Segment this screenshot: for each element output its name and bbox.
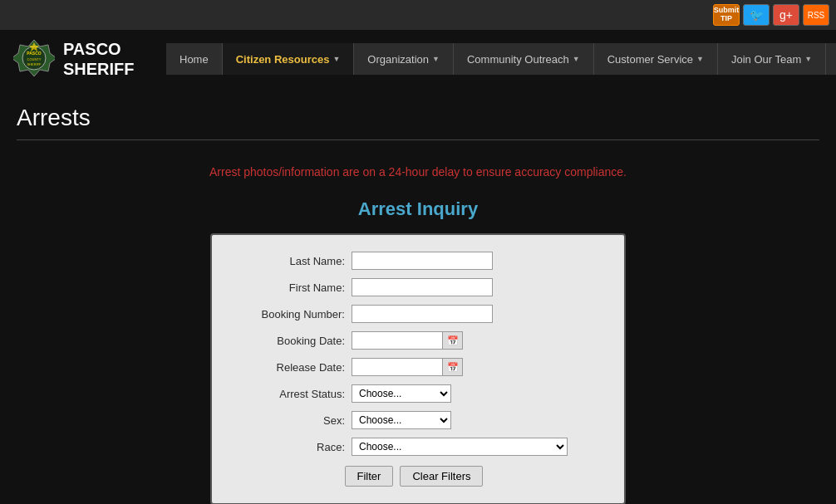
nav-community-outreach[interactable]: Community Outreach ▼ (454, 43, 594, 75)
form-buttons: Filter Clear Filters (229, 466, 599, 487)
submit-tip-button[interactable]: Submit TIP (713, 4, 740, 26)
booking-date-row: Booking Date: 📅 (229, 331, 599, 350)
release-date-row: Release Date: 📅 (229, 358, 599, 376)
chevron-down-icon: ▼ (696, 55, 704, 63)
site-logo-text: PASCO SHERIFF (63, 39, 135, 79)
svg-text:PASCO: PASCO (27, 51, 42, 56)
release-date-label: Release Date: (229, 361, 345, 374)
chevron-down-icon: ▼ (432, 55, 440, 63)
booking-date-label: Booking Date: (229, 335, 345, 347)
race-label: Race: (229, 441, 345, 453)
filter-button[interactable]: Filter (345, 466, 394, 487)
arrest-inquiry-form: Last Name: First Name: Booking Number: B… (210, 233, 626, 504)
delay-notice: Arrest photos/information are on a 24-ho… (209, 165, 627, 179)
sex-row: Sex: Choose... Male Female (229, 411, 599, 429)
first-name-label: First Name: (229, 281, 345, 294)
race-select[interactable]: Choose... White Black Hispanic Asian Oth… (352, 438, 568, 456)
page-title: Arrests (17, 105, 819, 140)
last-name-input[interactable] (352, 252, 493, 270)
form-title: Arrest Inquiry (358, 198, 478, 220)
chevron-down-icon: ▼ (332, 55, 340, 63)
first-name-input[interactable] (352, 278, 493, 296)
booking-number-label: Booking Number: (229, 308, 345, 321)
last-name-row: Last Name: (229, 252, 599, 270)
booking-number-input[interactable] (352, 305, 493, 323)
arrest-status-label: Arrest Status: (229, 388, 345, 400)
svg-text:COUNTY: COUNTY (27, 57, 42, 61)
site-header: PASCO COUNTY SHERIFF PASCO SHERIFF Home … (0, 30, 836, 88)
booking-date-picker-button[interactable]: 📅 (443, 331, 463, 350)
chevron-down-icon: ▼ (573, 55, 580, 63)
main-nav: Home Citizen Resources ▼ Organization ▼ … (166, 43, 836, 75)
release-date-input[interactable] (352, 358, 443, 376)
rss-button[interactable]: RSS (803, 4, 829, 26)
nav-customer-service[interactable]: Customer Service ▼ (594, 43, 718, 75)
nav-citizen-resources[interactable]: Citizen Resources ▼ (223, 43, 355, 75)
booking-date-input[interactable] (352, 331, 443, 350)
first-name-row: First Name: (229, 278, 599, 296)
top-toolbar: Submit TIP 🐦 g+ RSS (0, 0, 836, 30)
arrests-body: Arrest photos/information are on a 24-ho… (17, 157, 819, 504)
arrest-status-row: Arrest Status: Choose... Active Released (229, 384, 599, 403)
nav-home[interactable]: Home (166, 43, 223, 75)
booking-number-row: Booking Number: (229, 305, 599, 323)
nav-join-our-team[interactable]: Join Our Team ▼ (718, 43, 826, 75)
clear-filters-button[interactable]: Clear Filters (400, 466, 483, 487)
twitter-button[interactable]: 🐦 (743, 4, 770, 26)
sex-select[interactable]: Choose... Male Female (352, 411, 451, 429)
last-name-label: Last Name: (229, 255, 345, 267)
svg-text:SHERIFF: SHERIFF (27, 62, 42, 66)
sex-label: Sex: (229, 414, 345, 427)
nav-organization[interactable]: Organization ▼ (354, 43, 454, 75)
logo-area[interactable]: PASCO COUNTY SHERIFF PASCO SHERIFF (0, 38, 166, 80)
sheriff-badge-icon: PASCO COUNTY SHERIFF (13, 38, 55, 80)
release-date-picker-button[interactable]: 📅 (443, 358, 463, 376)
google-plus-button[interactable]: g+ (773, 4, 799, 26)
chevron-down-icon: ▼ (804, 55, 812, 63)
race-row: Race: Choose... White Black Hispanic Asi… (229, 438, 599, 456)
arrest-status-select[interactable]: Choose... Active Released (352, 384, 451, 403)
page-content: Arrests Arrest photos/information are on… (0, 88, 836, 504)
